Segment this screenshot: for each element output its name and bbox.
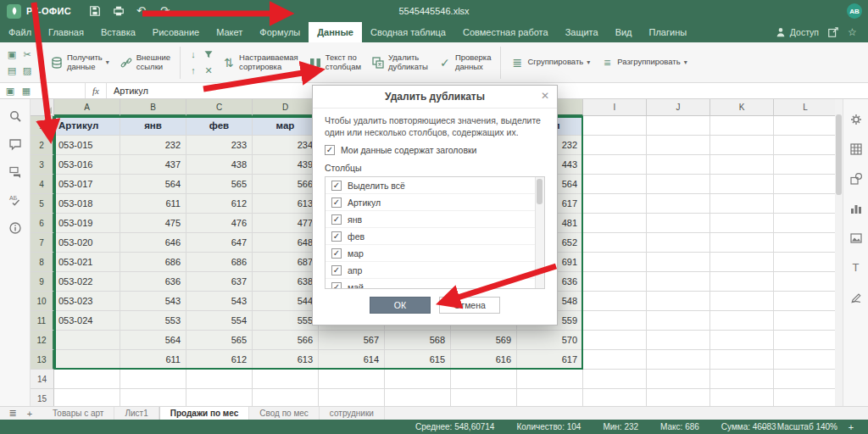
cell-C8[interactable]: 686	[186, 253, 253, 272]
cell-C3[interactable]: 438	[186, 155, 253, 175]
cell-L4[interactable]	[774, 175, 835, 194]
cell-C5[interactable]: 612	[186, 194, 253, 214]
tab-Плагины[interactable]: Плагины	[641, 22, 696, 42]
cell-H15[interactable]	[517, 389, 583, 406]
разгруппировать-button[interactable]: ≡Разгруппировать▾	[596, 53, 691, 72]
checkbox[interactable]: ✓	[331, 248, 342, 259]
cell-K6[interactable]	[710, 214, 774, 233]
cell-D5[interactable]: 613	[253, 194, 319, 214]
column-header-D[interactable]: D	[253, 99, 319, 116]
cell-C12[interactable]: 565	[186, 331, 253, 350]
cell-K4[interactable]	[710, 175, 774, 194]
column-header-K[interactable]: K	[710, 99, 774, 116]
cell-B2[interactable]: 232	[120, 136, 186, 155]
cell-A1[interactable]: Артикул	[54, 116, 120, 136]
cell-K11[interactable]	[710, 311, 774, 331]
column-header-I[interactable]: I	[583, 99, 647, 116]
chat-button[interactable]	[7, 164, 24, 181]
cell-L3[interactable]	[774, 155, 835, 175]
cell-I10[interactable]	[583, 292, 647, 311]
column-checkbox-item-мар[interactable]: ✓мар	[326, 245, 544, 262]
cell-A7[interactable]: 053-020	[54, 233, 120, 253]
formula-input[interactable]: Артикул	[107, 86, 148, 96]
sheet-tab-Продажи по мес[interactable]: Продажи по мес	[159, 407, 250, 420]
cell-D10[interactable]: 544	[253, 292, 319, 311]
cell-J6[interactable]	[647, 214, 710, 233]
cell-D9[interactable]: 638	[253, 272, 319, 292]
cell-J4[interactable]	[647, 175, 710, 194]
image-settings-button[interactable]	[848, 230, 865, 247]
row-header-7[interactable]: 7	[31, 233, 54, 253]
tab-Защита[interactable]: Защита	[557, 22, 607, 42]
tab-Макет[interactable]: Макет	[208, 22, 251, 42]
cell-D1[interactable]: мар	[253, 116, 319, 136]
cell-J8[interactable]	[647, 253, 710, 272]
row-header-9[interactable]: 9	[31, 272, 54, 292]
cell-E14[interactable]	[319, 370, 385, 389]
cell-D7[interactable]: 648	[253, 233, 319, 253]
name-box[interactable]	[36, 83, 86, 98]
column-header-J[interactable]: J	[647, 99, 710, 116]
cell-C9[interactable]: 637	[186, 272, 253, 292]
cell-K7[interactable]	[710, 233, 774, 253]
zoom-out-button[interactable]: −	[759, 422, 769, 432]
настраиваемая-сортировка-button[interactable]: ⇅Настраиваемая сортировка	[218, 51, 303, 75]
dialog-header[interactable]: Удалить дубликаты ✕	[313, 86, 557, 108]
cell-D12[interactable]: 566	[253, 331, 319, 350]
headers-checkbox-row[interactable]: ✓ Мои данные содержат заголовки	[325, 145, 545, 155]
cell-I14[interactable]	[583, 370, 647, 389]
cell-A6[interactable]: 053-019	[54, 214, 120, 233]
sort-desc-button[interactable]: ↑	[186, 64, 200, 78]
cell-D15[interactable]	[253, 389, 319, 406]
cell-J14[interactable]	[647, 370, 710, 389]
cell-A14[interactable]	[54, 370, 120, 389]
cell-G14[interactable]	[451, 370, 517, 389]
row-header-1[interactable]: 1	[31, 116, 54, 136]
cell-D4[interactable]: 566	[253, 175, 319, 194]
copy-button[interactable]: ▤	[5, 64, 19, 78]
cell-D2[interactable]: 234	[253, 136, 319, 155]
cell-I11[interactable]	[583, 311, 647, 331]
cell-A11[interactable]: 053-024	[54, 311, 120, 331]
cell-I3[interactable]	[583, 155, 647, 175]
cell-B9[interactable]: 636	[120, 272, 186, 292]
row-header-8[interactable]: 8	[31, 253, 54, 272]
ok-button[interactable]: ОК	[370, 297, 431, 314]
cell-L13[interactable]	[774, 350, 835, 370]
cell-F13[interactable]: 615	[385, 350, 451, 370]
cell-style-button[interactable]: ▣	[3, 85, 17, 97]
cell-L15[interactable]	[774, 389, 835, 406]
cell-J12[interactable]	[647, 331, 710, 350]
shape-settings-button[interactable]	[848, 170, 865, 187]
cell-H12[interactable]: 570	[517, 331, 583, 350]
cell-C2[interactable]: 233	[186, 136, 253, 155]
signature-settings-button[interactable]	[848, 289, 865, 306]
cell-G13[interactable]: 616	[451, 350, 517, 370]
cell-G15[interactable]	[451, 389, 517, 406]
vertical-scrollbar[interactable]	[835, 99, 843, 406]
checkbox[interactable]: ✓	[331, 214, 342, 225]
checkbox[interactable]: ✓	[331, 231, 342, 242]
cell-J15[interactable]	[647, 389, 710, 406]
cell-A3[interactable]: 053-016	[54, 155, 120, 175]
cell-K8[interactable]	[710, 253, 774, 272]
cell-E15[interactable]	[319, 389, 385, 406]
tab-Совместная работа[interactable]: Совместная работа	[454, 22, 557, 42]
row-header-2[interactable]: 2	[31, 136, 54, 155]
row-header-10[interactable]: 10	[31, 292, 54, 311]
cell-B15[interactable]	[120, 389, 186, 406]
cell-C6[interactable]: 476	[186, 214, 253, 233]
cell-L11[interactable]	[774, 311, 835, 331]
cell-K3[interactable]	[710, 155, 774, 175]
row-header-14[interactable]: 14	[31, 370, 54, 389]
column-checkbox-item-Выделить всё[interactable]: ✓Выделить всё	[326, 177, 544, 194]
named-ranges-button[interactable]: ▦	[19, 85, 33, 97]
cell-E13[interactable]: 614	[319, 350, 385, 370]
cell-C13[interactable]: 612	[186, 350, 253, 370]
cell-J7[interactable]	[647, 233, 710, 253]
avatar[interactable]: АВ	[847, 3, 862, 19]
filter-button[interactable]	[202, 47, 215, 62]
format-painter-button[interactable]: ▨	[20, 64, 34, 78]
column-checkbox-item-Артикул[interactable]: ✓Артикул	[326, 194, 544, 211]
cell-B6[interactable]: 475	[120, 214, 186, 233]
